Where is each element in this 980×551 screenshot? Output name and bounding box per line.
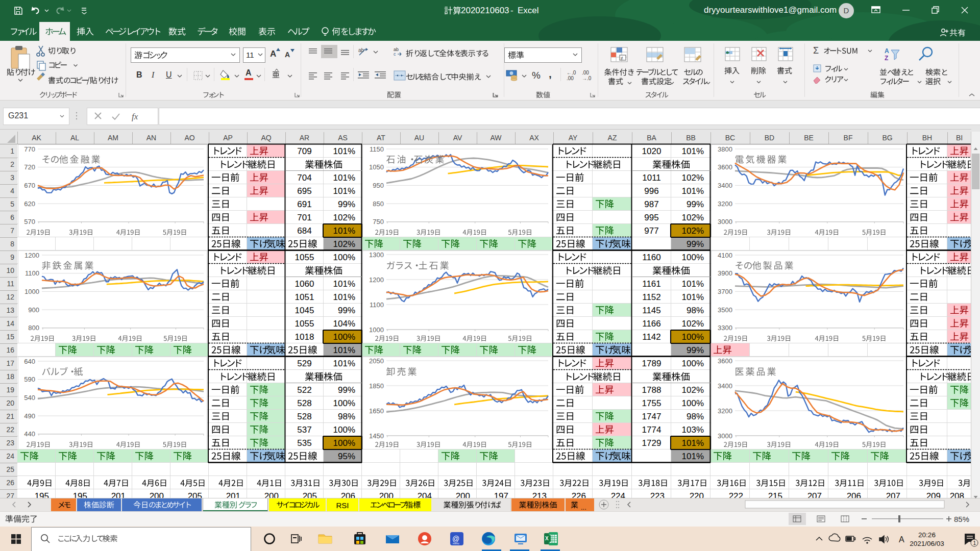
svg-text:menu: menu <box>453 542 459 545</box>
svg-text:A: A <box>899 535 904 544</box>
svg-text:1: 1 <box>973 540 976 546</box>
svg-text:X: X <box>545 536 549 541</box>
